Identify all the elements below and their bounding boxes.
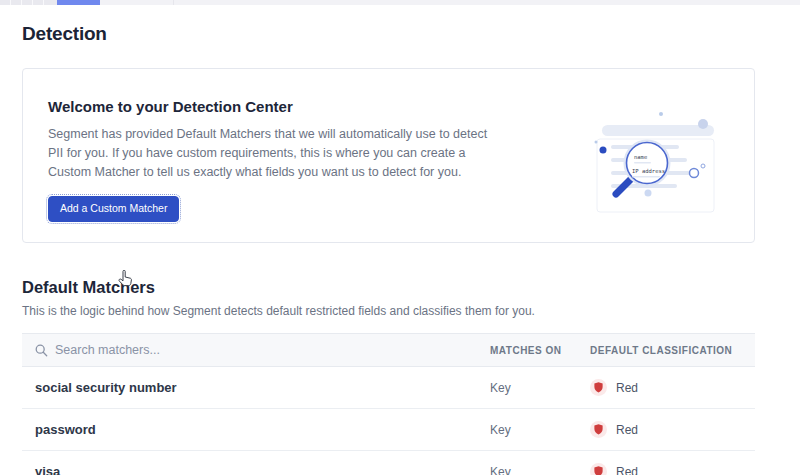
deco-dot-icon: [645, 190, 652, 197]
matcher-name: social security number: [35, 380, 490, 395]
table-header-row: MATCHES ON DEFAULT CLASSIFICATION: [22, 333, 755, 367]
classification-red-shield-icon: [590, 463, 607, 475]
tab-divider: [10, 0, 11, 5]
matcher-matches-on: Key: [490, 381, 590, 395]
classification-red-shield-icon: [590, 379, 607, 396]
matcher-name: visa: [35, 464, 490, 475]
deco-dot-icon: [698, 119, 708, 129]
classification-label: Red: [616, 381, 638, 395]
table-row[interactable]: visa Key Red: [22, 451, 755, 475]
column-header-matches-on: MATCHES ON: [490, 345, 590, 356]
deco-ring-icon: [690, 169, 699, 178]
search-matchers-input[interactable]: [55, 343, 355, 357]
pointer-cursor-icon: [118, 270, 133, 287]
column-header-default-classification: DEFAULT CLASSIFICATION: [590, 345, 755, 356]
classification-label: Red: [616, 423, 638, 437]
main-content: Detection Welcome to your Detection Cent…: [22, 5, 755, 475]
table-row[interactable]: password Key Red: [22, 409, 755, 451]
classification-red-shield-icon: [590, 421, 607, 438]
default-matchers-section: Default Matchers This is the logic behin…: [22, 277, 755, 475]
deco-bar: [602, 125, 714, 136]
page-title: Detection: [22, 23, 755, 45]
deco-dot-icon: [659, 112, 663, 116]
matcher-classification: Red: [590, 463, 755, 475]
detection-illustration: name IP address: [584, 101, 754, 231]
deco-dot-icon: [595, 141, 598, 144]
lens-label-ip-address: IP address: [632, 168, 665, 174]
matcher-matches-on: Key: [490, 423, 590, 437]
matchers-table: MATCHES ON DEFAULT CLASSIFICATION social…: [22, 333, 755, 475]
welcome-body: Segment has provided Default Matchers th…: [48, 125, 500, 182]
default-matchers-description: This is the logic behind how Segment det…: [22, 304, 755, 318]
add-custom-matcher-button[interactable]: Add a Custom Matcher: [48, 196, 179, 222]
matcher-name: password: [35, 422, 490, 437]
classification-label: Red: [616, 465, 638, 475]
matcher-classification: Red: [590, 421, 755, 438]
deco-dot-icon: [600, 147, 607, 154]
table-row[interactable]: social security number Key Red: [22, 367, 755, 409]
welcome-card: Welcome to your Detection Center Segment…: [22, 68, 755, 243]
search-cell: [35, 343, 490, 357]
matcher-matches-on: Key: [490, 465, 590, 475]
matcher-classification: Red: [590, 379, 755, 396]
lens-label-name: name: [634, 154, 647, 160]
search-icon: [35, 344, 48, 357]
